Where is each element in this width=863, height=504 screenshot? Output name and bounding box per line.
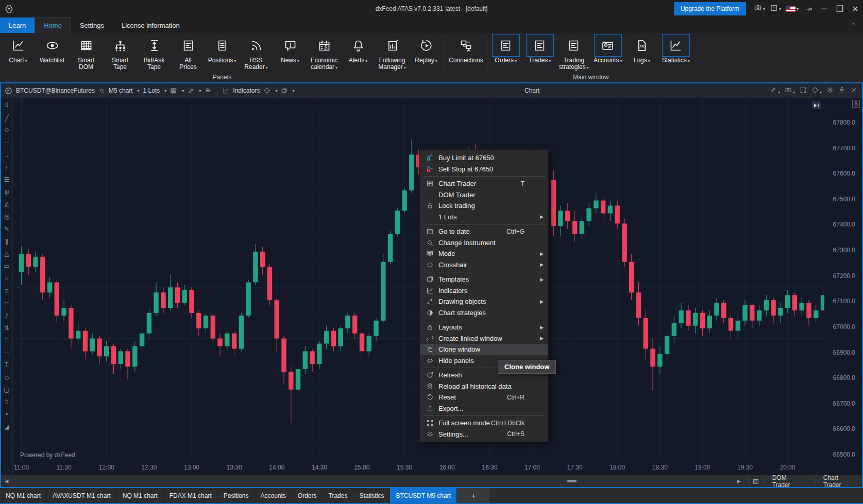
sessions-calendar-icon[interactable] bbox=[752, 478, 759, 485]
workspace-tab-accounts[interactable]: Accounts bbox=[255, 488, 292, 503]
ribbon-button-trading-strategies[interactable]: Trading strategies▾ bbox=[557, 33, 591, 71]
tool-drag-handle-icon[interactable]: ⠿ bbox=[5, 99, 9, 112]
tool-angle-icon[interactable]: ∠ bbox=[4, 198, 10, 211]
menu-item-settings[interactable]: Settings...Ctrl+S bbox=[420, 429, 548, 440]
menu-item-buy-limit-at-67650[interactable]: Buy Limit at 67650 bbox=[420, 152, 548, 164]
tab-home[interactable]: Home bbox=[35, 18, 71, 33]
tool-ellipse-icon[interactable]: ○ bbox=[5, 272, 8, 285]
tool-levels-icon[interactable]: ☰ bbox=[4, 173, 10, 186]
resize-icon[interactable]: ▾ bbox=[770, 86, 780, 95]
fullscreen-icon[interactable] bbox=[800, 86, 807, 95]
chart-plot-area[interactable]: Powered by dxFeed bbox=[13, 98, 824, 462]
tab-learn[interactable]: Learn bbox=[0, 18, 35, 33]
screenshot-icon[interactable]: ▾ bbox=[751, 0, 768, 18]
ribbon-button-replay[interactable]: Replay▾ bbox=[409, 33, 443, 64]
ribbon-button-chart[interactable]: Chart▾ bbox=[1, 33, 35, 64]
menu-item-crosshair[interactable]: Crosshair▶ bbox=[420, 259, 548, 271]
crosshair-circle-icon[interactable]: ▾ bbox=[811, 86, 822, 95]
tool-overflow-icon[interactable]: ◢ bbox=[4, 421, 9, 433]
tool-channel-icon[interactable]: ⫽ bbox=[5, 309, 8, 322]
close-icon[interactable]: ✕ bbox=[848, 0, 863, 18]
close-icon[interactable] bbox=[850, 86, 857, 95]
tool-cross-marker-icon[interactable]: + bbox=[5, 161, 8, 173]
screenshot-icon[interactable]: ▾ bbox=[785, 86, 795, 95]
dom-trader-toggle[interactable]: DOM Trader bbox=[767, 474, 810, 489]
zoom-in-icon[interactable] bbox=[205, 87, 212, 94]
tool-ruler-icon[interactable]: ⟐ bbox=[4, 124, 9, 136]
ribbon-button-orders[interactable]: Orders▾ bbox=[489, 33, 523, 64]
tool-magnet-icon[interactable]: ◎ bbox=[4, 211, 9, 223]
indicators-label[interactable]: Indicators bbox=[233, 87, 260, 94]
ribbon-button-all-prices[interactable]: All Prices bbox=[171, 33, 205, 71]
tool-triangle-icon[interactable]: △ bbox=[4, 248, 9, 260]
menu-item-sell-stop-at-67650[interactable]: Sell Stop at 67650 bbox=[420, 164, 548, 175]
ribbon-button-smart-dom[interactable]: Smart DOM bbox=[69, 33, 103, 71]
ribbon-button-following-manager[interactable]: Following Manager▾ bbox=[375, 33, 409, 71]
menu-item-create-linked-window[interactable]: Create linked window▶ bbox=[420, 333, 548, 344]
price-axis[interactable]: S 67800.067700.067600.067500.067400.0673… bbox=[824, 98, 862, 487]
menu-item-drawing-objects[interactable]: Drawing objects▶ bbox=[420, 296, 548, 307]
menu-item-change-instrument[interactable]: Change Instrument bbox=[420, 237, 548, 249]
minimize-icon[interactable]: ─ bbox=[817, 0, 832, 18]
menu-item-reload-all-historical-data[interactable]: Reload all historical data bbox=[420, 381, 548, 392]
tool-rounded-rect-icon[interactable]: ▢ bbox=[4, 384, 9, 396]
ribbon-button-connections[interactable]: Connections bbox=[447, 33, 485, 64]
add-tab-button[interactable]: + bbox=[457, 488, 490, 503]
restore-icon[interactable]: ❐ bbox=[832, 0, 848, 18]
tool-horizontal-line-icon[interactable]: ─ bbox=[5, 136, 9, 149]
lots-select[interactable]: 1 Lots bbox=[143, 87, 160, 94]
menu-item-dom-trader[interactable]: DOM Trader bbox=[420, 189, 548, 201]
workspace-tab-positions[interactable]: Positions bbox=[218, 488, 255, 503]
menu-item-layouts[interactable]: Layouts▶ bbox=[420, 322, 548, 333]
ribbon-button-trades[interactable]: Trades▾ bbox=[523, 33, 557, 64]
tab-license-information[interactable]: License information bbox=[113, 18, 189, 33]
tool-fib-retracement-icon[interactable]: ≡ bbox=[5, 285, 8, 297]
upgrade-platform-button[interactable]: Upgrade the Platform bbox=[674, 2, 746, 15]
menu-item-mode[interactable]: Mode▶ bbox=[420, 248, 548, 259]
instrument-label[interactable]: BTCUSDT@BinanceFutures bbox=[16, 87, 95, 94]
tool-rectangle-icon[interactable]: ▭ bbox=[4, 260, 9, 272]
menu-item-chart-strategies[interactable]: Chart strategies bbox=[420, 307, 548, 319]
drawing-icon[interactable] bbox=[188, 88, 194, 94]
tool-fib-levels-icon[interactable]: ≔ bbox=[4, 297, 10, 309]
ribbon-button-accounts[interactable]: Accounts▾ bbox=[591, 33, 625, 64]
scroll-left-icon[interactable]: ◀ bbox=[1, 478, 12, 484]
help-icon[interactable]: ?▾ bbox=[768, 0, 784, 18]
tool-dots-grid-icon[interactable]: ⁙ bbox=[4, 334, 9, 346]
collapse-ribbon-icon[interactable]: ⌃ bbox=[851, 18, 856, 33]
tool-pitchfork-icon[interactable]: ψ bbox=[5, 186, 9, 198]
dom-panel-icon[interactable] bbox=[170, 87, 177, 94]
workspace-tab-nq-m1-chart[interactable]: NQ M1 chart bbox=[117, 488, 164, 503]
tool-parallel-lines-icon[interactable]: ∥ bbox=[5, 235, 8, 248]
go-to-latest-icon[interactable] bbox=[812, 101, 821, 109]
menu-item-reset[interactable]: ResetCtrl+R bbox=[420, 392, 548, 403]
search-icon[interactable] bbox=[98, 88, 105, 94]
tool-arrow-icon[interactable]: → bbox=[4, 149, 10, 161]
time-axis[interactable]: 11:0011:3012:0012:3013:0013:3014:0014:30… bbox=[13, 462, 824, 475]
workspace-tab-fdax-m1-chart[interactable]: FDAX M1 chart bbox=[164, 488, 218, 503]
workspace-tab-statistics[interactable]: Statistics bbox=[353, 488, 390, 503]
ribbon-button-rss-reader[interactable]: RSS Reader▾ bbox=[239, 33, 273, 71]
menu-item-full-screen-mode[interactable]: Full screen modeCtrl+LDbClk bbox=[420, 418, 548, 429]
tool-text-icon[interactable]: T bbox=[5, 359, 8, 371]
menu-item-go-to-date[interactable]: Go to dateCtrl+G bbox=[420, 226, 548, 237]
menu-item-export[interactable]: Export... bbox=[420, 403, 548, 414]
ribbon-button-bid-ask-tape[interactable]: Bid/Ask Tape bbox=[137, 33, 171, 71]
tool-brush-icon[interactable]: ✎ bbox=[4, 223, 9, 235]
ribbon-button-economic-calendar[interactable]: $Economic calendar▾ bbox=[307, 33, 341, 71]
tool-arrows-updown-icon[interactable]: ⇅ bbox=[4, 322, 9, 334]
ribbon-button-logs[interactable]: LOGLogs▾ bbox=[625, 33, 659, 64]
ribbon-button-alerts[interactable]: Alerts▾ bbox=[341, 33, 375, 64]
tab-settings[interactable]: Settings bbox=[71, 18, 113, 33]
workspace-tab-avaxusdt-m1-chart[interactable]: AVAXUSDT M1 chart bbox=[47, 488, 117, 503]
workspace-tab-orders[interactable]: Orders bbox=[292, 488, 323, 503]
workspace-tab-nq-m1-chart[interactable]: NQ M1 chart bbox=[0, 488, 47, 503]
tool-tag-icon[interactable]: ◇ bbox=[4, 371, 9, 384]
indicators-icon[interactable] bbox=[223, 88, 229, 94]
ribbon-button-news[interactable]: News▾ bbox=[273, 33, 307, 64]
chart-trader-toggle[interactable]: Chart Trader bbox=[818, 474, 862, 489]
scroll-right-icon[interactable]: ▶ bbox=[733, 478, 744, 484]
menu-item-clone-window[interactable]: Clone window bbox=[420, 344, 548, 355]
tool-trend-line-icon[interactable]: ╱ bbox=[5, 112, 8, 124]
scrollbar-track[interactable] bbox=[12, 475, 733, 487]
